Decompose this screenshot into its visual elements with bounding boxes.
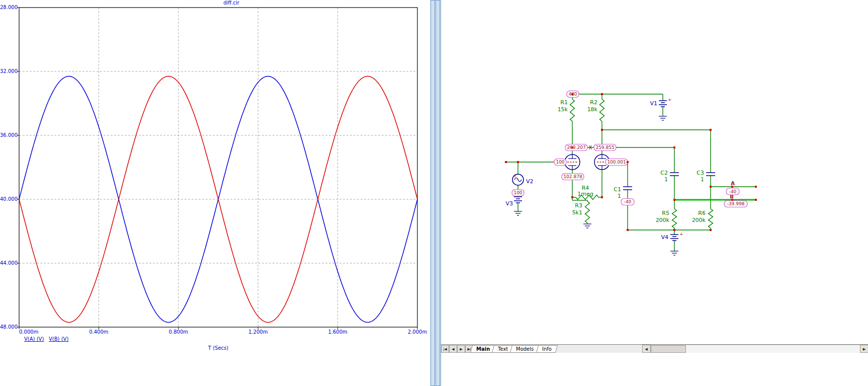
node-value-box: 259.855 [594, 144, 616, 151]
svg-text:R6: R6 [698, 210, 706, 216]
svg-text:-40.000: -40.000 [0, 196, 18, 202]
schematic-panel: R1 15k R2 18k R3 5k1 R4 1meg R5 200k R6 … [441, 0, 868, 386]
ground-icon [514, 211, 522, 215]
svg-text:R5: R5 [662, 210, 669, 216]
part-ref: R1 [560, 99, 568, 106]
node-value-box: 100 [512, 190, 524, 196]
capacitor-C1[interactable]: C1 1 [614, 186, 632, 199]
svg-text:C2: C2 [660, 170, 668, 176]
svg-text:R3: R3 [575, 202, 582, 209]
plus-sign: + [679, 231, 683, 237]
svg-text:-44.000: -44.000 [0, 260, 18, 266]
output-label-a: A [731, 181, 735, 186]
waveform-plot: 0.000m0.400m0.800m1.200m1.600m2.000m-28.… [0, 0, 430, 357]
svg-text:V(B) (V): V(B) (V) [49, 336, 68, 342]
svg-text:-28.000: -28.000 [0, 5, 18, 10]
svg-text:0.000m: 0.000m [19, 329, 38, 335]
svg-text:200k: 200k [656, 217, 670, 223]
node-value-box: -40 [621, 199, 634, 205]
ground-icon [670, 251, 678, 255]
svg-text:1.200m: 1.200m [248, 329, 268, 335]
resistor-R6[interactable]: R6 200k [692, 209, 713, 228]
svg-text:1: 1 [618, 193, 621, 199]
panel-splitter[interactable] [430, 0, 441, 386]
schematic-canvas[interactable]: R1 15k R2 18k R3 5k1 R4 1meg R5 200k R6 … [441, 0, 868, 344]
battery-V4[interactable]: + V4 [661, 231, 683, 241]
prev-page-button[interactable]: ◀ [449, 345, 457, 353]
svg-text:V4: V4 [661, 234, 668, 241]
sheet-tab-info[interactable]: Info [536, 345, 558, 353]
svg-text:-39.998: -39.998 [727, 201, 745, 206]
svg-text:-48.000: -48.000 [0, 324, 18, 330]
scroll-left-button[interactable]: ◀ [642, 345, 651, 353]
svg-text:diff.cir: diff.cir [223, 0, 239, 6]
svg-text:102.878: 102.878 [563, 174, 582, 179]
next-page-button[interactable]: ▶ [457, 345, 465, 353]
svg-text:R2: R2 [590, 99, 597, 106]
svg-text:259.855: 259.855 [595, 145, 614, 150]
svg-text:-32.000: -32.000 [0, 68, 18, 74]
svg-text:100: 100 [556, 160, 564, 165]
ground-icon [583, 224, 591, 228]
splitter-bar-left[interactable] [430, 0, 435, 386]
battery-V3[interactable]: V3 [505, 197, 522, 207]
svg-text:1.600m: 1.600m [328, 329, 347, 335]
resistor-R2[interactable]: R2 18k [587, 99, 604, 121]
first-page-button[interactable]: |◀ [441, 345, 449, 353]
svg-text:200k: 200k [692, 217, 706, 223]
svg-text:0.400m: 0.400m [89, 329, 108, 335]
battery-V1[interactable]: + V1 [650, 97, 671, 107]
svg-text:5k1: 5k1 [572, 209, 582, 216]
resistor-R3[interactable]: R3 5k1 [572, 201, 590, 223]
svg-text:V(A) (V): V(A) (V) [24, 336, 44, 342]
tube-designator: X [589, 145, 592, 150]
svg-text:V2: V2 [526, 178, 534, 185]
horizontal-scrollbar[interactable]: ◀ ▶ [642, 345, 868, 353]
sheet-tab-models[interactable]: Models [510, 345, 540, 353]
plus-sign: + [513, 173, 517, 178]
node-value-box: 102.878 [562, 174, 584, 180]
waveform-plot-panel: 0.000m0.400m0.800m1.200m1.600m2.000m-28.… [0, 0, 430, 386]
node-value-box: 269.207 [565, 144, 587, 151]
svg-text:C3: C3 [697, 170, 704, 176]
svg-text:C1: C1 [614, 186, 621, 193]
part-value: 15k [558, 106, 568, 113]
svg-text:1: 1 [701, 176, 704, 183]
ground-icon [659, 116, 667, 120]
svg-text:100.001: 100.001 [607, 160, 626, 165]
svg-text:269.207: 269.207 [567, 145, 585, 150]
resistor-R4[interactable]: R4 1meg [576, 185, 598, 200]
capacitor-C3[interactable]: C3 1 [697, 170, 715, 183]
svg-text:0.800m: 0.800m [169, 329, 188, 335]
scrollbar-thumb[interactable] [651, 345, 686, 353]
svg-text:-36.000: -36.000 [0, 132, 18, 138]
node-value-box: -40 [726, 188, 739, 195]
svg-text:V1: V1 [650, 100, 657, 107]
scroll-right-button[interactable]: ▶ [860, 345, 868, 353]
node-value-box: 100 [554, 159, 566, 166]
resistor-R1[interactable]: R1 15k [558, 99, 575, 121]
svg-text:2.000m: 2.000m [408, 329, 427, 335]
svg-text:100: 100 [513, 190, 522, 195]
capacitor-C2[interactable]: C2 1 [660, 170, 679, 183]
sheet-tab-bar: |◀ ◀ ▶ ▶| Main Text Models Info ◀ ▶ [441, 344, 868, 353]
plus-sign: + [668, 97, 672, 102]
node-value-box: -39.998 [724, 201, 747, 207]
svg-text:T (Secs): T (Secs) [208, 345, 228, 351]
svg-text:1: 1 [664, 176, 668, 183]
svg-text:1meg: 1meg [577, 191, 593, 197]
sine-source-V2[interactable]: + V2 [512, 173, 534, 185]
tube-left[interactable] [565, 155, 580, 170]
svg-text:-40: -40 [624, 199, 632, 204]
svg-text:18k: 18k [587, 106, 598, 113]
splitter-bar-right[interactable] [436, 0, 440, 386]
node-value-box: 100.001 [605, 159, 628, 166]
scrollbar-track[interactable] [651, 345, 860, 353]
svg-text:V3: V3 [505, 200, 513, 207]
wires [506, 94, 756, 251]
resistor-R5[interactable]: R5 200k [656, 209, 677, 228]
svg-text:-40: -40 [729, 189, 737, 194]
